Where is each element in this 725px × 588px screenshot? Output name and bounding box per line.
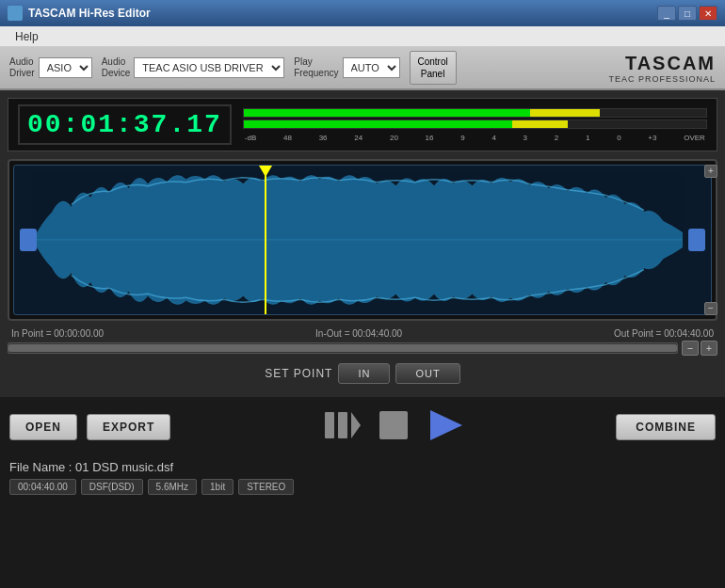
left-trim-handle[interactable] (20, 229, 37, 251)
window-controls: _ □ ✕ (657, 6, 717, 21)
svg-marker-4 (430, 410, 462, 440)
play-freq-label: Play Frequency (294, 56, 338, 79)
scrollbar-row: − + (8, 341, 717, 356)
tascam-logo: TASCAM TEAC PROFESSIONAL (608, 53, 716, 84)
meter-fill-2 (244, 120, 706, 128)
audio-driver-label: Audio Driver (9, 56, 35, 79)
play-pause-icon (323, 408, 361, 442)
playhead (265, 166, 266, 314)
file-label: File Name : (9, 460, 75, 474)
file-name-value: 01 DSD music.dsf (75, 460, 173, 474)
meter-scale: -dB 48 36 24 20 16 9 4 3 2 1 0 +3 OVER (243, 134, 707, 142)
horizontal-scrollbar[interactable] (8, 342, 678, 354)
file-freq-tag: 5.6MHz (148, 479, 197, 495)
combine-button[interactable]: COMBINE (616, 414, 716, 440)
menu-bar: Help (0, 26, 725, 47)
out-point-label: Out Point = 00:04:40.00 (614, 328, 714, 339)
waveform-svg (14, 166, 711, 314)
set-in-button[interactable]: IN (338, 363, 390, 384)
playhead-triangle (259, 166, 272, 177)
brand-sub: TEAC PROFESSIONAL (608, 74, 716, 84)
meter-bar-1 (243, 108, 707, 118)
close-button[interactable]: ✕ (699, 6, 717, 21)
meter-bars (243, 108, 707, 129)
file-name-row: File Name : 01 DSD music.dsf (9, 460, 716, 474)
in-out-label: In-Out = 00:04:40.00 (315, 328, 402, 339)
main-content: 00:01:37.17 -dB 48 (0, 90, 725, 397)
minimize-button[interactable]: _ (657, 6, 676, 21)
scrollbar-thumb (8, 344, 677, 352)
brand-name: TASCAM (608, 53, 716, 74)
audio-device-group: Audio Device TEAC ASIO USB DRIVER (102, 56, 285, 79)
vertical-scrollbar: + − (704, 165, 717, 315)
window-title: TASCAM Hi-Res Editor (28, 7, 151, 20)
file-duration-tag: 00:04:40.00 (9, 479, 76, 495)
set-out-button[interactable]: OUT (395, 363, 459, 384)
maximize-button[interactable]: □ (678, 6, 697, 21)
audio-driver-group: Audio Driver ASIO (9, 56, 92, 79)
level-meter: -dB 48 36 24 20 16 9 4 3 2 1 0 +3 OVER (243, 108, 707, 142)
svg-rect-0 (325, 412, 334, 438)
stop-icon (378, 409, 410, 441)
zoom-in-button[interactable]: + (701, 341, 717, 356)
stop-button[interactable] (374, 405, 413, 448)
app-icon (8, 6, 23, 21)
transport-controls (180, 405, 606, 449)
audio-device-select[interactable]: TEAC ASIO USB DRIVER (134, 57, 284, 78)
file-bit-tag: 1bit (201, 479, 234, 495)
play-freq-select[interactable]: AUTO (343, 57, 400, 78)
file-format-tag: DSF(DSD) (81, 479, 143, 495)
zoom-out-button[interactable]: − (682, 341, 699, 356)
audio-device-label: Audio Device (102, 56, 131, 79)
waveform-section: + − (8, 159, 717, 321)
meter-row: 00:01:37.17 -dB 48 (8, 98, 717, 151)
zoom-buttons: − + (682, 341, 717, 356)
right-trim-handle[interactable] (688, 229, 705, 251)
toolbar: Audio Driver ASIO Audio Device TEAC ASIO… (0, 47, 725, 90)
play-button[interactable] (423, 405, 468, 449)
scroll-up-button[interactable]: + (704, 165, 717, 178)
file-info: File Name : 01 DSD music.dsf 00:04:40.00… (0, 456, 725, 504)
export-button[interactable]: EXPORT (87, 414, 170, 440)
bottom-row: OPEN EXPORT COMBINE (0, 397, 725, 456)
set-point-label: SET POINT (265, 367, 332, 380)
scroll-down-button[interactable]: − (704, 302, 717, 315)
svg-marker-2 (351, 412, 361, 438)
play-freq-group: Play Frequency AUTO (294, 56, 399, 79)
control-panel-button[interactable]: Control Panel (410, 51, 457, 85)
in-point-label: In Point = 00:00:00.00 (11, 328, 104, 339)
meter-bar-2 (243, 119, 707, 129)
open-button[interactable]: OPEN (9, 414, 77, 440)
time-labels: In Point = 00:00:00.00 In-Out = 00:04:40… (8, 326, 717, 341)
waveform-canvas[interactable] (13, 165, 712, 315)
file-channel-tag: STEREO (238, 479, 294, 495)
set-point-row: SET POINT IN OUT (8, 358, 717, 389)
menu-help[interactable]: Help (8, 28, 46, 45)
file-tags: 00:04:40.00 DSF(DSD) 5.6MHz 1bit STEREO (9, 479, 716, 495)
meter-fill-1 (244, 109, 706, 117)
svg-rect-3 (379, 411, 408, 439)
svg-rect-1 (338, 412, 347, 438)
timecode-display: 00:01:37.17 (18, 104, 232, 145)
play-icon (427, 408, 464, 442)
audio-driver-select[interactable]: ASIO (39, 57, 92, 78)
play-pause-button[interactable] (319, 405, 364, 449)
title-bar: TASCAM Hi-Res Editor _ □ ✕ (0, 0, 725, 26)
